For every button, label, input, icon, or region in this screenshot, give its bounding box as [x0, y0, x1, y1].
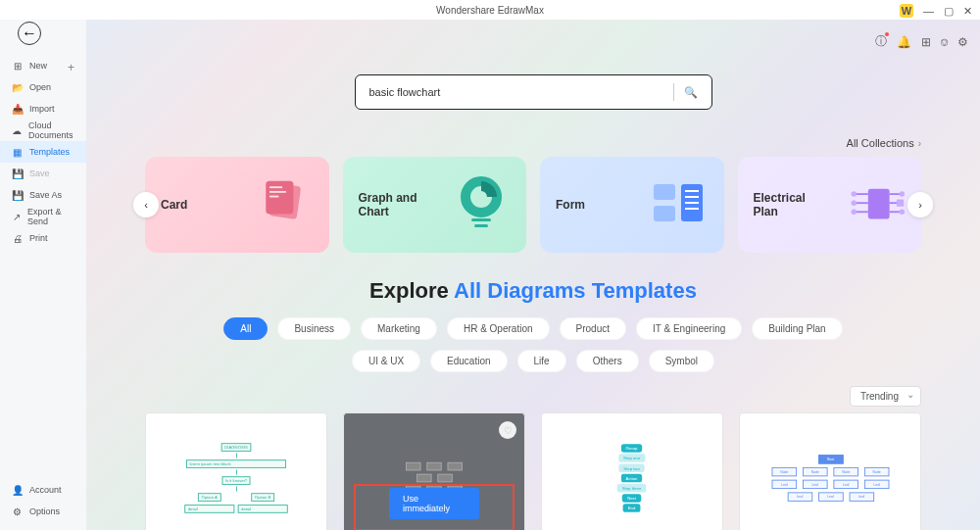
template-card-basic-flowchart[interactable]: ♡ Use immediately Basic Flowchart — [343, 412, 525, 530]
template-card[interactable]: DIAGNOSIS lorem ipsum text block Is it k… — [145, 412, 327, 530]
category-card-form[interactable]: Form — [540, 157, 724, 253]
open-icon: 📂 — [12, 82, 23, 93]
import-icon: 📥 — [12, 104, 23, 115]
filter-chips: All Business Marketing HR & Operation Pr… — [86, 304, 980, 372]
sidebar-item-saveas[interactable]: 💾Save As — [0, 184, 86, 206]
search-icon[interactable]: 🔍 — [684, 86, 698, 99]
use-immediately-button[interactable]: Use immediately — [389, 488, 479, 519]
close-icon[interactable]: ✕ — [963, 5, 972, 18]
divider — [673, 83, 674, 101]
sidebar-item-open[interactable]: 📂Open — [0, 76, 86, 98]
arrow-left-icon: ← — [22, 24, 37, 42]
category-card-electrical[interactable]: Electrical Plan — [738, 157, 922, 253]
templates-grid: DIAGNOSIS lorem ipsum text block Is it k… — [86, 412, 980, 530]
all-collections-label: All Collections — [847, 137, 914, 149]
title-bar: Wondershare EdrawMax W — ▢ ✕ — [0, 0, 980, 20]
sidebar-item-label: Cloud Documents — [28, 120, 74, 140]
category-label: Graph and Chart — [359, 191, 437, 218]
sidebar-item-label: Save As — [29, 190, 62, 200]
svg-rect-14 — [685, 208, 699, 210]
sidebar-item-label: Export & Send — [27, 207, 74, 226]
svg-rect-3 — [270, 191, 286, 193]
new-plus-icon[interactable]: + — [68, 61, 74, 74]
card-stack-icon — [255, 175, 314, 234]
app-title: Wondershare EdrawMax — [436, 5, 544, 16]
carousel-prev-button[interactable]: ‹ — [133, 192, 159, 217]
filter-chip-life[interactable]: Life — [517, 350, 566, 372]
saveas-icon: 💾 — [12, 190, 23, 201]
explore-highlight: All Diagrams Templates — [454, 278, 697, 303]
svg-rect-11 — [685, 190, 699, 192]
filter-chip-marketing[interactable]: Marketing — [361, 317, 437, 340]
filter-chip-building[interactable]: Building Plan — [752, 317, 842, 340]
minimize-icon[interactable]: — — [923, 5, 934, 17]
sidebar-item-templates[interactable]: ▦Templates — [0, 141, 86, 163]
bell-icon[interactable]: 🔔 — [897, 35, 911, 49]
gear-icon[interactable]: ⚙ — [957, 35, 968, 49]
sidebar-item-options[interactable]: ⚙Options — [0, 501, 86, 522]
account-icon: 👤 — [12, 485, 23, 496]
all-collections-link[interactable]: All Collections› — [86, 110, 980, 157]
template-card[interactable]: Group Step one Step two Action Step thre… — [541, 412, 723, 530]
filter-chip-it[interactable]: IT & Engineering — [636, 317, 742, 340]
svg-rect-15 — [868, 189, 890, 219]
maximize-icon[interactable]: ▢ — [944, 5, 954, 18]
svg-rect-6 — [471, 218, 491, 221]
svg-point-25 — [900, 191, 905, 196]
sidebar-item-save: 💾Save — [0, 163, 86, 184]
search-input[interactable] — [369, 86, 663, 98]
sidebar-item-label: Templates — [29, 147, 70, 157]
sidebar-item-cloud[interactable]: ☁Cloud Documents — [0, 120, 86, 141]
filter-chip-symbol[interactable]: Symbol — [649, 350, 714, 372]
filter-chip-business[interactable]: Business — [277, 317, 351, 340]
save-icon: 💾 — [12, 169, 23, 179]
donut-chart-icon — [452, 175, 511, 234]
category-card-graph[interactable]: Graph and Chart — [343, 157, 527, 253]
grid-icon[interactable]: ⊞ — [921, 35, 931, 49]
templates-icon: ▦ — [12, 147, 23, 158]
help-icon[interactable]: ⓘ — [875, 33, 887, 50]
app-logo-icon: W — [900, 4, 913, 18]
sidebar-item-account[interactable]: 👤Account — [0, 479, 86, 501]
cloud-icon: ☁ — [12, 125, 22, 136]
svg-rect-12 — [685, 196, 699, 198]
sidebar-item-label: Account — [29, 485, 62, 495]
filter-chip-others[interactable]: Others — [576, 350, 639, 372]
filter-chip-all[interactable]: All — [223, 317, 268, 340]
sidebar-item-import[interactable]: 📥Import — [0, 98, 86, 120]
svg-point-23 — [852, 200, 857, 205]
svg-rect-27 — [897, 200, 904, 207]
category-label: Electrical Plan — [754, 191, 832, 218]
carousel-next-button[interactable]: › — [907, 192, 933, 217]
form-blocks-icon — [650, 175, 709, 234]
main-content: ⓘ 🔔 ⊞ ⎊ ⚙ 🔍 All Collections› ‹ › Card Gr… — [86, 20, 980, 530]
category-carousel: ‹ › Card Graph and Chart Form Electrical… — [86, 157, 980, 253]
filter-chip-product[interactable]: Product — [560, 317, 626, 340]
sidebar-item-label: Open — [29, 82, 51, 92]
favorite-icon[interactable]: ♡ — [499, 421, 516, 439]
sidebar-item-export[interactable]: ↗Export & Send — [0, 206, 86, 227]
category-label: Card — [161, 198, 187, 212]
svg-point-26 — [900, 210, 905, 215]
template-card[interactable]: Root NodeNodeNodeNode LeafLeafLeafLeaf L… — [739, 412, 921, 530]
svg-rect-7 — [474, 224, 488, 227]
export-icon: ↗ — [12, 212, 21, 222]
sidebar-item-label: Save — [29, 169, 50, 178]
sidebar: + ⊞New 📂Open 📥Import ☁Cloud Documents ▦T… — [0, 20, 86, 530]
options-icon: ⚙ — [12, 506, 23, 517]
window-controls: W — ▢ ✕ — [900, 4, 972, 18]
new-icon: ⊞ — [12, 61, 23, 72]
filter-chip-hr[interactable]: HR & Operation — [447, 317, 550, 340]
cart-icon[interactable]: ⎊ — [941, 35, 948, 49]
category-card-card[interactable]: Card — [145, 157, 329, 253]
back-button[interactable]: ← — [18, 22, 41, 45]
search-box[interactable]: 🔍 — [355, 74, 712, 110]
sidebar-item-print[interactable]: 🖨Print — [0, 227, 86, 249]
template-thumbnail: DIAGNOSIS lorem ipsum text block Is it k… — [145, 412, 327, 530]
sort-dropdown[interactable]: Trending — [850, 386, 921, 407]
sidebar-item-label: Import — [29, 104, 55, 114]
filter-chip-education[interactable]: Education — [430, 350, 507, 372]
svg-rect-2 — [270, 186, 282, 188]
filter-chip-uiux[interactable]: UI & UX — [352, 350, 420, 372]
template-thumbnail: ♡ Use immediately — [343, 412, 525, 530]
